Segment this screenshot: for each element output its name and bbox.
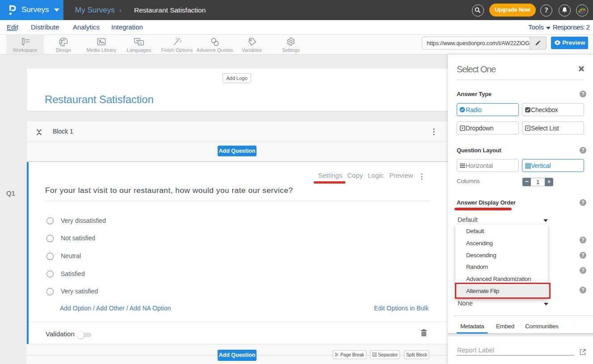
- svg-text:A: A: [139, 41, 142, 45]
